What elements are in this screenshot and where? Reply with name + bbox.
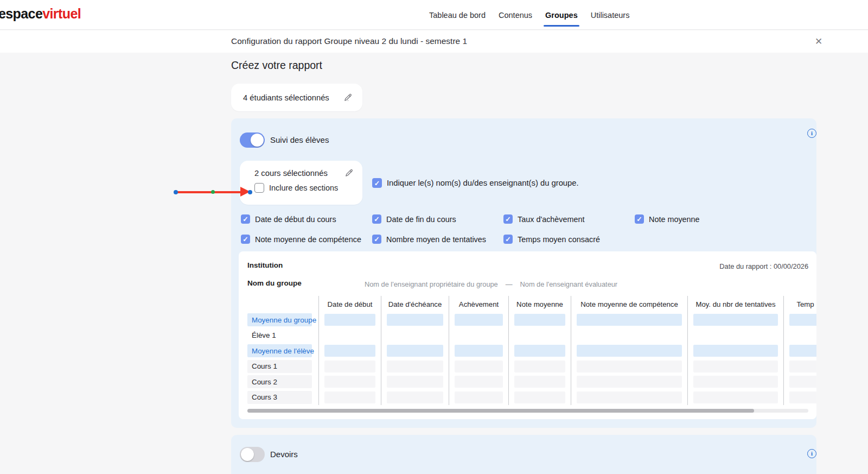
preview-cell-placeholder bbox=[577, 314, 682, 326]
preview-row: Cours 1 bbox=[247, 359, 816, 375]
preview-corner-cell bbox=[247, 296, 318, 312]
homework-toggle[interactable] bbox=[240, 447, 265, 462]
preview-cell-placeholder bbox=[455, 314, 503, 326]
edit-pencil-icon[interactable] bbox=[343, 93, 353, 102]
app-logo[interactable]: espacevirtuel bbox=[0, 6, 81, 22]
preview-cell bbox=[687, 359, 783, 375]
preview-cell bbox=[783, 390, 816, 406]
preview-cell-placeholder bbox=[789, 376, 816, 388]
report-preview-card: Institution Date du rapport : 00/00/2026… bbox=[239, 251, 816, 419]
preview-column-header: Temp bbox=[783, 296, 816, 312]
checked-checkbox-icon[interactable]: ✓ bbox=[372, 214, 381, 224]
preview-cell-placeholder bbox=[577, 361, 682, 372]
preview-cell-placeholder bbox=[455, 376, 503, 388]
preview-cell-placeholder bbox=[455, 345, 503, 357]
courses-selected-card[interactable]: 2 cours sélectionnés Inclure des section… bbox=[240, 161, 362, 205]
include-sections-option[interactable]: Inclure des sections bbox=[240, 178, 362, 193]
preview-cell-placeholder bbox=[693, 345, 778, 357]
preview-cell-placeholder bbox=[514, 361, 565, 372]
nav-tableau-de-bord[interactable]: Tableau de bord bbox=[429, 9, 486, 22]
checked-checkbox-icon[interactable]: ✓ bbox=[241, 235, 250, 244]
preview-row-label: Élève 1 bbox=[247, 329, 312, 342]
toggle-knob bbox=[251, 134, 264, 147]
dash-separator: — bbox=[506, 280, 513, 288]
preview-cell bbox=[318, 390, 381, 406]
preview-column-header: Date de début bbox=[318, 296, 381, 312]
scrollbar-thumb[interactable] bbox=[247, 409, 754, 413]
checked-checkbox-icon[interactable]: ✓ bbox=[372, 235, 381, 244]
option-note-moyenne-competence[interactable]: ✓ Note moyenne de compétence bbox=[241, 235, 361, 244]
preview-cell bbox=[381, 390, 449, 406]
preview-cell-placeholder bbox=[514, 376, 565, 388]
preview-cell bbox=[783, 359, 816, 375]
option-note-moyenne[interactable]: ✓ Note moyenne bbox=[635, 214, 700, 224]
option-label: Taux d'achèvement bbox=[518, 215, 585, 224]
checked-checkbox-icon[interactable]: ✓ bbox=[635, 214, 644, 224]
preview-cell bbox=[449, 343, 508, 359]
report-date: Date du rapport : 00/00/2026 bbox=[719, 262, 808, 270]
close-icon[interactable]: ✕ bbox=[812, 34, 826, 49]
preview-cell bbox=[449, 312, 508, 328]
preview-column-header: Achèvement bbox=[449, 296, 508, 312]
option-date-fin-cours[interactable]: ✓ Date de fin du cours bbox=[372, 214, 456, 224]
preview-cell bbox=[687, 390, 783, 406]
option-temps-moyen-consacre[interactable]: ✓ Temps moyen consacré bbox=[503, 235, 600, 244]
preview-cell bbox=[783, 374, 816, 390]
preview-row-label: Cours 2 bbox=[247, 375, 312, 388]
option-label: Note moyenne de compétence bbox=[255, 235, 361, 244]
checked-checkbox-icon[interactable]: ✓ bbox=[503, 214, 513, 224]
preview-cell bbox=[381, 374, 449, 390]
preview-header-row: Date de débutDate d'échéanceAchèvementNo… bbox=[247, 296, 816, 312]
institution-label: Institution bbox=[247, 261, 283, 269]
preview-cell bbox=[783, 328, 816, 344]
arrow-start-dot bbox=[174, 190, 178, 194]
preview-cell-placeholder bbox=[789, 391, 816, 403]
option-label: Date de fin du cours bbox=[386, 215, 456, 224]
preview-cell bbox=[318, 374, 381, 390]
tracking-toggle[interactable] bbox=[240, 132, 265, 148]
preview-label-cell: Moyenne de l'élève bbox=[247, 343, 318, 359]
preview-label-cell: Cours 1 bbox=[247, 359, 318, 375]
preview-cell bbox=[783, 343, 816, 359]
preview-cell-placeholder bbox=[693, 376, 778, 388]
courses-selected-label: 2 cours sélectionnés bbox=[254, 169, 328, 178]
option-label: Temps moyen consacré bbox=[518, 235, 600, 244]
nav-utilisateurs[interactable]: Utilisateurs bbox=[590, 9, 630, 22]
option-date-debut-cours[interactable]: ✓ Date de début du cours bbox=[241, 214, 336, 224]
option-nombre-moyen-tentatives[interactable]: ✓ Nombre moyen de tentatives bbox=[372, 235, 486, 244]
arrow-mid-dot bbox=[211, 190, 215, 194]
preview-cell bbox=[571, 312, 687, 328]
preview-row-label: Cours 3 bbox=[247, 391, 312, 404]
info-icon[interactable]: i bbox=[807, 449, 816, 458]
preview-cell-placeholder bbox=[324, 345, 375, 357]
preview-cell bbox=[318, 343, 381, 359]
horizontal-scrollbar[interactable] bbox=[247, 409, 808, 413]
student-tracking-panel: Suivi des élèves i 2 cours sélectionnés … bbox=[231, 118, 816, 428]
teacher-line: Nom de l'enseignant propriétaire du grou… bbox=[365, 280, 617, 288]
teacher-names-option[interactable]: ✓ Indiquer le(s) nom(s) du/des enseignan… bbox=[372, 178, 579, 188]
nav-contenus[interactable]: Contenus bbox=[498, 9, 533, 22]
checked-checkbox-icon[interactable]: ✓ bbox=[241, 214, 250, 224]
checked-checkbox-icon[interactable]: ✓ bbox=[503, 235, 513, 244]
group-name-label: Nom du groupe bbox=[247, 279, 302, 287]
students-selected-card[interactable]: 4 étudiants sélectionnés bbox=[231, 84, 362, 111]
preview-cell bbox=[508, 374, 571, 390]
checked-checkbox-icon[interactable]: ✓ bbox=[372, 178, 382, 188]
edit-pencil-icon[interactable] bbox=[344, 168, 354, 178]
preview-cell bbox=[508, 343, 571, 359]
info-icon[interactable]: i bbox=[807, 129, 816, 138]
preview-cell-placeholder bbox=[789, 345, 816, 357]
option-label: Note moyenne bbox=[649, 215, 700, 224]
nav-groupes[interactable]: Groupes bbox=[545, 9, 578, 22]
include-sections-checkbox[interactable] bbox=[254, 183, 264, 193]
modal-title: Configuration du rapport Groupe niveau 2… bbox=[231, 36, 467, 46]
preview-cell bbox=[571, 328, 687, 344]
preview-label-cell: Cours 3 bbox=[247, 390, 318, 406]
page-title: Créez votre rapport bbox=[231, 59, 322, 72]
preview-cell bbox=[571, 390, 687, 406]
preview-cell bbox=[508, 328, 571, 344]
option-taux-achevement[interactable]: ✓ Taux d'achèvement bbox=[503, 214, 585, 224]
preview-cell bbox=[687, 328, 783, 344]
teacher-names-label: Indiquer le(s) nom(s) du/des enseignant(… bbox=[387, 179, 579, 187]
preview-cell-placeholder bbox=[789, 361, 816, 372]
